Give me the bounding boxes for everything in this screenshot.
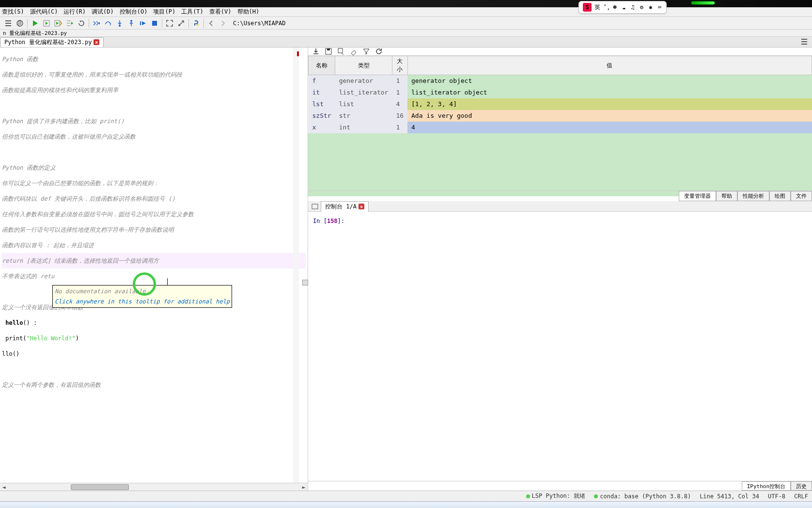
debug-step-over-icon[interactable] [103,18,113,29]
editor-tabbar: Python 量化编程基础-2023.py × [0,37,812,48]
tab-variable-explorer[interactable]: 变量管理器 [679,191,716,201]
console-prompt-number: 158 [327,218,338,224]
documentation-tooltip[interactable]: No documentation available Click anywher… [52,285,232,308]
tab-ipython-console[interactable]: IPython控制台 [742,481,791,491]
table-header-row: 名称 类型 大小 值 [309,56,812,75]
main-toolbar: @ C:\Users\MIAPAD [0,17,812,30]
status-conda[interactable]: conda: base (Python 3.8.8) [594,493,691,500]
tab-options-icon[interactable] [800,38,808,47]
filter-icon[interactable] [362,48,370,55]
ime-extra-icons: ☻ ☁ ♫ ⚙ ✱ ⌨ [613,4,662,11]
console-tab[interactable]: 控制台 1/A × [321,201,369,212]
run-selection-icon[interactable] [64,18,75,29]
editor-scroll-gutter[interactable] [293,48,299,491]
th-name[interactable]: 名称 [309,56,335,75]
error-marker-icon[interactable] [297,51,299,56]
svg-rect-14 [312,204,318,209]
th-value[interactable]: 值 [407,56,812,75]
tab-files[interactable]: 文件 [791,191,812,201]
code-line: hello() : [2,315,306,331]
menu-view[interactable]: 查看(V) [209,8,232,16]
menu-help[interactable]: 帮助(H) [237,8,260,16]
table-row[interactable]: fgenerator1generator object [309,75,812,87]
menu-project[interactable]: 项目(P) [153,8,175,16]
table-row[interactable]: szStrstr16Ada is very good [309,110,812,122]
save-icon[interactable] [325,48,332,55]
erase-icon[interactable] [350,48,358,55]
save-filtered-icon[interactable] [337,48,345,55]
outline-icon[interactable] [3,18,14,29]
code-line: 定义一个有两个参数，有返回值的函数 [2,377,306,393]
run-cell-advance-icon[interactable] [53,18,63,29]
run-icon[interactable] [30,18,40,29]
status-encoding[interactable]: UTF-8 [768,493,785,500]
debug-continue-icon[interactable] [138,18,148,29]
console-prompt-suffix: ]: [338,218,344,224]
code-line: 你可以定义一个由自己想要功能的函数，以下是简单的规则： [2,175,306,191]
menu-source[interactable]: 源代码(C) [30,8,58,16]
editor-pane[interactable]: Python 函数 函数是组织好的，可重复使用的，用来实现单一或相关联功能的代码… [0,48,308,491]
editor-tab[interactable]: Python 量化编程基础-2023.py × [0,37,104,47]
variable-table[interactable]: 名称 类型 大小 值 fgenerator1generator object i… [308,56,812,133]
table-row[interactable]: itlist_iterator1list_iterator object [309,87,812,98]
refresh-icon[interactable] [375,48,383,55]
working-directory[interactable]: C:\Users\MIAPAD [233,20,285,27]
menu-console[interactable]: 控制台(O) [120,8,148,16]
table-row[interactable]: lstlist4[1, 2, 3, 4] [309,98,812,110]
menubar: 查找(S) 源代码(C) 运行(R) 调试(D) 控制台(O) 项目(P) 工具… [0,7,812,17]
code-line: Python 函数的定义 [2,160,306,175]
tab-help[interactable]: 帮助 [716,191,737,201]
code-line-current: return [表达式] 结束函数，选择性地返回一个值给调用方 [2,253,306,269]
tab-plots[interactable]: 绘图 [769,191,791,201]
svg-point-9 [178,24,180,26]
ipython-console[interactable]: In [158]: [308,212,812,481]
scrollbar-thumb[interactable] [71,484,129,490]
th-type[interactable]: 类型 [335,56,392,75]
debug-step-in-icon[interactable] [114,18,125,29]
tab-profiler[interactable]: 性能分析 [737,191,769,201]
debug-step-out-icon[interactable] [126,18,137,29]
console-prompt-prefix: In [ [313,218,327,224]
code-editor[interactable]: Python 函数 函数是组织好的，可重复使用的，用来实现单一或相关联功能的代码… [0,48,308,397]
download-icon[interactable] [312,48,320,55]
table-row[interactable]: xint14 [309,122,812,133]
console-bottom-tabs: IPython控制台 历史 [308,481,812,491]
svg-rect-8 [152,21,157,26]
debug-step-into-icon[interactable] [91,18,102,29]
menu-run[interactable]: 运行(R) [63,8,86,16]
code-line: 但你也可以自己创建函数，这被叫做用户自定义函数 [2,129,306,144]
console-tabbar: 控制台 1/A × [308,201,812,212]
maximize-pane-icon[interactable] [164,18,175,29]
debug-stop-icon[interactable] [149,18,160,29]
python-path-icon[interactable] [191,18,202,29]
rerun-last-icon[interactable] [76,18,87,29]
svg-point-10 [197,24,199,26]
status-eol[interactable]: CRLF [794,493,808,500]
code-line: 不带表达式的 retu [2,269,306,284]
close-icon[interactable]: × [359,204,364,209]
splitter-handle[interactable] [302,280,308,286]
th-size[interactable]: 大小 [392,56,407,75]
windows-taskbar[interactable] [0,501,812,508]
back-icon[interactable] [206,18,217,29]
tab-history[interactable]: 历史 [791,481,812,491]
close-icon[interactable]: × [94,39,99,45]
console-options-icon[interactable] [311,203,319,210]
settings-icon[interactable] [176,18,187,29]
menu-search[interactable]: 查找(S) [2,8,24,16]
editor-horizontal-scrollbar[interactable]: ◄ ► [0,483,308,491]
ime-lang: 英 [594,3,600,12]
scroll-right-icon[interactable]: ► [300,484,308,491]
status-lsp[interactable]: LSP Python: 就绪 [526,492,586,500]
menu-debug[interactable]: 调试(D) [92,8,114,16]
run-cell-icon[interactable] [41,18,52,29]
status-cursor-pos[interactable]: Line 5413, Col 34 [700,493,759,500]
scroll-left-icon[interactable]: ◄ [0,484,8,491]
status-lamp-icon [526,494,530,498]
forward-icon[interactable] [218,18,228,29]
tooltip-help-link[interactable]: Click anywhere in this tooltip for addit… [55,296,230,306]
ime-indicator[interactable]: S 英 ‘, ☻ ☁ ♫ ⚙ ✱ ⌨ [578,1,667,14]
code-line: Python 函数 [2,51,306,67]
menu-tools[interactable]: 工具(T) [181,8,203,16]
at-icon[interactable]: @ [15,18,25,29]
